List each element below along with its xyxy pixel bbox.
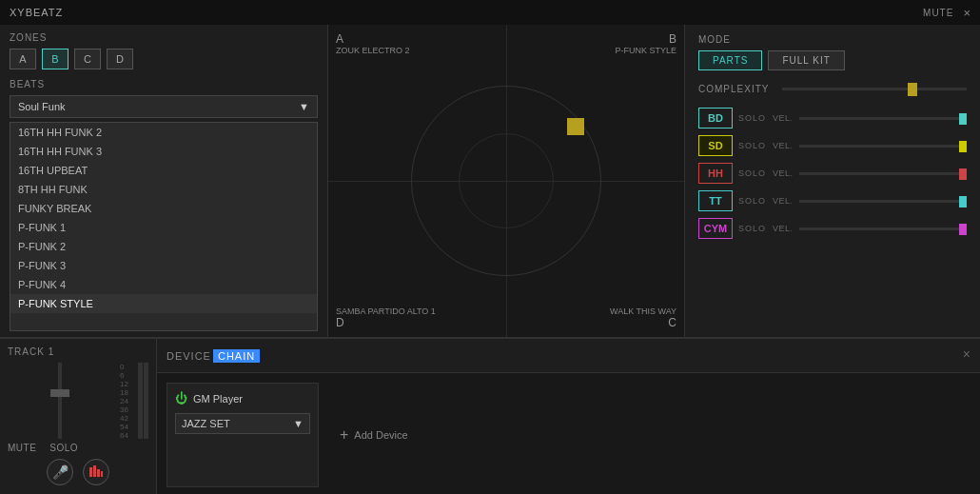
right-panel: MODE PARTS FULL KIT COMPLEXITY BD SOLO V… — [685, 25, 980, 337]
beats-list-item[interactable]: P-FUNK 1 — [10, 218, 317, 237]
solo-button-track[interactable]: SOLO — [49, 443, 78, 453]
device-chain-panel: DEVICE CHAIN × ⏻ GM Player JAZZ SET ▼ + … — [157, 339, 980, 494]
complexity-slider[interactable] — [782, 88, 967, 90]
beats-dropdown[interactable]: Soul Funk ▼ — [10, 95, 318, 118]
complexity-label: COMPLEXITY — [698, 84, 774, 94]
mute-button[interactable]: MUTE — [923, 8, 953, 18]
parts-button[interactable]: PARTS — [698, 50, 762, 70]
chain-word: CHAIN — [213, 349, 260, 363]
vel-slider-hh[interactable] — [799, 172, 967, 175]
mode-buttons: PARTS FULL KIT — [698, 50, 967, 70]
device-block: ⏻ GM Player JAZZ SET ▼ — [167, 383, 319, 487]
drum-row-bd: BD SOLO VEL. — [698, 108, 967, 128]
device-name-label: GM Player — [193, 393, 243, 405]
power-icon[interactable]: ⏻ — [175, 391, 187, 405]
corner-tl-letter: A — [336, 32, 410, 46]
drum-label-bd: BD — [698, 108, 733, 128]
app-title: XYBEATZ — [10, 7, 63, 18]
xy-inner-circle — [459, 133, 554, 228]
vel-slider-sd[interactable] — [799, 145, 967, 148]
xy-pad[interactable]: A ZOUK ELECTRO 2 B P-FUNK STYLE SAMBA PA… — [328, 25, 684, 337]
preset-value: JAZZ SET — [182, 418, 230, 429]
beats-list-item[interactable]: 16TH UPBEAT — [10, 161, 317, 180]
full-kit-button[interactable]: FULL KIT — [768, 50, 844, 70]
device-preset-select[interactable]: JAZZ SET ▼ — [175, 413, 310, 434]
fader-thumb[interactable] — [50, 389, 69, 397]
mute-button-track[interactable]: MUTE — [8, 443, 36, 453]
close-button[interactable]: × — [963, 6, 970, 20]
device-header: ⏻ GM Player — [175, 391, 310, 405]
zones-row: A B C D — [10, 49, 318, 69]
vel-slider-tt[interactable] — [799, 200, 967, 203]
vel-slider-cym[interactable] — [799, 227, 967, 230]
solo-bd[interactable]: SOLO — [738, 113, 767, 123]
drum-label-tt: TT — [698, 190, 733, 211]
complexity-row: COMPLEXITY — [698, 84, 967, 94]
fader-container — [8, 363, 112, 439]
top-bar: XYBEATZ MUTE × — [0, 0, 980, 25]
solo-sd[interactable]: SOLO — [738, 141, 767, 150]
zone-btn-b[interactable]: B — [42, 49, 69, 69]
drum-rows: BD SOLO VEL. SD SOLO VEL. HH SOLO VEL. T… — [698, 108, 967, 239]
mode-label: MODE — [698, 34, 967, 45]
vel-label-bd: VEL. — [773, 113, 794, 123]
drum-row-cym: CYM SOLO VEL. — [698, 218, 967, 239]
complexity-thumb[interactable] — [908, 83, 917, 96]
xy-cursor[interactable] — [567, 118, 584, 135]
add-device-label: Add Device — [354, 429, 407, 441]
zone-btn-a[interactable]: A — [10, 49, 36, 69]
beats-dropdown-arrow: ▼ — [299, 101, 309, 112]
corner-tl: A ZOUK ELECTRO 2 — [336, 32, 410, 55]
svg-rect-2 — [97, 469, 100, 477]
corner-tr-letter: B — [615, 32, 676, 46]
beats-list-item[interactable]: 16TH HH FUNK 2 — [10, 123, 317, 142]
vel-thumb-bd[interactable] — [959, 113, 967, 125]
xy-pad-panel[interactable]: A ZOUK ELECTRO 2 B P-FUNK STYLE SAMBA PA… — [328, 25, 685, 337]
fader-track[interactable] — [58, 363, 62, 439]
zones-label: ZONES — [10, 32, 318, 43]
add-device-button[interactable]: + Add Device — [332, 423, 416, 447]
vel-slider-bd[interactable] — [799, 117, 967, 120]
beats-list-item[interactable]: 16TH HH FUNK 3 — [10, 142, 317, 161]
beats-list-item[interactable]: FUNKY BREAK — [10, 199, 317, 218]
solo-tt[interactable]: SOLO — [738, 196, 767, 206]
beats-list-item[interactable]: P-FUNK 3 — [10, 256, 317, 275]
zone-btn-c[interactable]: C — [74, 49, 101, 69]
corner-tr: B P-FUNK STYLE — [615, 32, 676, 55]
preset-arrow: ▼ — [293, 418, 304, 429]
beats-list-item[interactable]: 8TH HH FUNK — [10, 180, 317, 199]
corner-br: WALK THIS WAY C — [610, 306, 676, 329]
solo-cym[interactable]: SOLO — [738, 224, 767, 233]
beats-list-item[interactable]: P-FUNK STYLE — [10, 294, 317, 313]
drum-row-sd: SD SOLO VEL. — [698, 135, 967, 156]
drum-row-tt: TT SOLO VEL. — [698, 190, 967, 211]
beats-list-item[interactable]: P-FUNK 4 — [10, 275, 317, 294]
drum-row-hh: HH SOLO VEL. — [698, 163, 967, 184]
mic-button[interactable]: 🎤 — [47, 459, 73, 485]
track-panel: TRACK 1 0 6 12 18 24 36 42 54 64 — [0, 339, 157, 494]
lm-col-1 — [138, 363, 143, 439]
corner-bl-text: SAMBA PARTIDO ALTO 1 — [336, 306, 436, 316]
svg-rect-1 — [93, 465, 96, 477]
vel-label-cym: VEL. — [773, 224, 794, 233]
solo-hh[interactable]: SOLO — [738, 168, 767, 178]
vel-thumb-tt[interactable] — [959, 196, 967, 207]
bars-button[interactable] — [83, 459, 109, 485]
vel-thumb-hh[interactable] — [959, 168, 967, 180]
mute-solo-row: MUTE SOLO — [8, 443, 148, 453]
track-fader-area: 0 6 12 18 24 36 42 54 64 — [8, 363, 148, 439]
svg-rect-3 — [101, 471, 103, 477]
zone-btn-d[interactable]: D — [107, 49, 133, 69]
corner-bl: SAMBA PARTIDO ALTO 1 D — [336, 306, 436, 329]
track-label: TRACK 1 — [8, 346, 148, 357]
corner-tr-text: P-FUNK STYLE — [615, 46, 676, 55]
top-controls: MUTE × — [923, 6, 970, 20]
beats-list-item[interactable]: P-FUNK 2 — [10, 237, 317, 256]
vel-thumb-sd[interactable] — [959, 141, 967, 152]
add-icon: + — [340, 426, 348, 444]
chain-close-button[interactable]: × — [963, 346, 970, 362]
beats-label: BEATS — [10, 79, 318, 89]
vel-thumb-cym[interactable] — [959, 224, 967, 235]
beats-list[interactable]: 16TH HH FUNK 216TH HH FUNK 316TH UPBEAT8… — [10, 122, 318, 331]
corner-br-text: WALK THIS WAY — [610, 306, 676, 316]
